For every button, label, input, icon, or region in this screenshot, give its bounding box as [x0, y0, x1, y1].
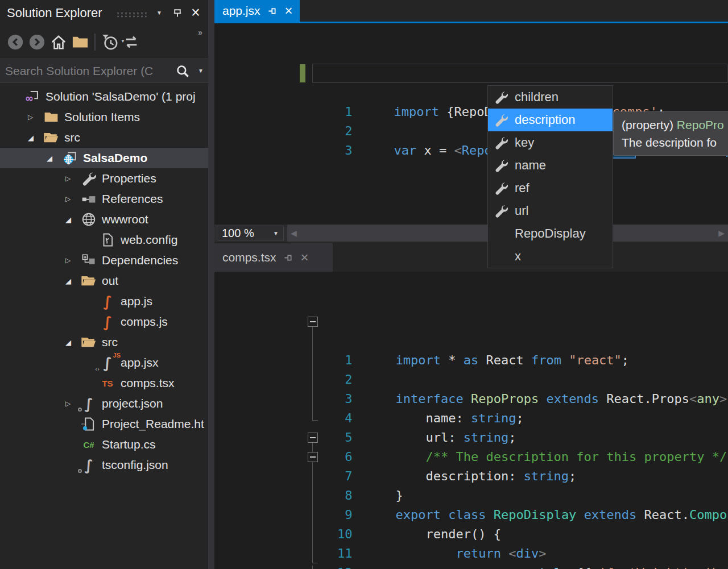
code-line: 9export class RepoDisplay extends React.… — [214, 428, 728, 447]
tree-item[interactable]: ∫ tsconfig.json — [0, 455, 208, 475]
tree-item[interactable]: ▷ Dependencies — [0, 250, 208, 271]
panel-title-bar: Solution Explorer ▼× — [0, 0, 208, 26]
clock-filter-button[interactable]: ▼ — [99, 31, 121, 53]
wrench-icon — [494, 136, 508, 149]
search-options-chevron-icon[interactable]: ▼ — [193, 60, 208, 82]
separator-icon — [94, 34, 96, 51]
completion-item[interactable]: url — [488, 200, 613, 222]
fold-toggle[interactable] — [308, 433, 318, 443]
clock-filter-icon — [101, 34, 118, 51]
code-line: 3var x = <RepoDisplay description="test"… — [214, 64, 728, 83]
tree-item[interactable]: C# Startup.cs — [0, 434, 208, 455]
tree-item-label: Project_Readme.ht — [102, 417, 204, 431]
code-line: 4 name: string; — [214, 331, 728, 351]
panel-splitter[interactable] — [208, 0, 214, 569]
pin-icon[interactable] — [267, 6, 278, 16]
expand-arrow-icon[interactable]: ◢ — [65, 277, 80, 285]
tree-item[interactable]: ∫JS‹› app.jsx — [0, 352, 208, 373]
tree-item[interactable]: ▷ Properties — [0, 168, 208, 189]
pin-icon — [171, 6, 184, 19]
json-file-icon: ∫ — [81, 457, 97, 473]
editor-area: app.jsx × 1import {RepoDisplay} from './… — [214, 0, 728, 569]
js-file-icon: ∫ — [100, 293, 115, 309]
solution-tree[interactable]: ∞ Solution 'SalsaDemo' (1 proj ▷ Solutio… — [0, 86, 208, 569]
code-editor-comps-tsx[interactable]: 1import * as React from "react"; 2 3inte… — [214, 272, 728, 569]
completion-item[interactable]: x — [488, 245, 613, 268]
tree-item[interactable]: web.config — [0, 230, 208, 250]
toolbar-separator — [91, 31, 99, 53]
tree-item[interactable]: ◢ src — [0, 332, 208, 352]
pin-icon[interactable] — [283, 252, 294, 263]
expand-arrow-icon[interactable]: ▷ — [65, 256, 80, 264]
tree-item[interactable]: ◢ out — [0, 271, 208, 291]
code-line: 1import * as React from "react"; — [214, 273, 728, 293]
tree-item[interactable]: ◢ src — [0, 127, 208, 148]
expand-arrow-icon[interactable]: ◢ — [65, 215, 80, 224]
expand-arrow-icon[interactable]: ◢ — [65, 338, 80, 347]
line-number: 3 — [289, 141, 352, 160]
close-icon[interactable]: × — [285, 4, 293, 18]
jsx-file-icon: ∫JS‹› — [100, 355, 115, 371]
completion-item[interactable]: name — [488, 154, 613, 177]
code-line: 11 return <div> — [214, 467, 728, 486]
html-file-icon: ‹› — [81, 417, 96, 431]
forward-button[interactable] — [26, 31, 48, 53]
tree-item[interactable]: ∞ Solution 'SalsaDemo' (1 proj — [0, 86, 208, 107]
chevron-down-button[interactable]: ▼ — [150, 3, 168, 22]
completion-item[interactable]: RepoDisplay — [488, 222, 613, 245]
expand-arrow-icon[interactable]: ◢ — [47, 154, 61, 163]
fold-toggle[interactable] — [308, 452, 318, 462]
tree-item[interactable]: TS comps.tsx — [0, 373, 208, 393]
tree-item-label: SalsaDemo — [83, 151, 147, 165]
completion-item[interactable]: children — [488, 86, 613, 109]
expand-arrow-icon[interactable]: ◢ — [28, 134, 43, 142]
tree-item[interactable]: ‹› Project_Readme.ht — [0, 414, 208, 434]
fold-toggle[interactable] — [308, 317, 318, 327]
wrench-icon — [494, 204, 508, 218]
expand-arrow-icon[interactable]: ▷ — [65, 195, 80, 203]
expand-arrow-icon[interactable]: ▷ — [65, 175, 80, 182]
change-tracking-bar — [300, 64, 305, 82]
wrench-icon — [494, 181, 508, 195]
sync-button[interactable] — [121, 31, 142, 53]
code-line: 6 /** The description for this property … — [214, 370, 728, 389]
tree-item[interactable]: ▷ ∫ project.json — [0, 393, 208, 414]
expand-arrow-icon[interactable]: ▷ — [65, 400, 80, 408]
close-icon: × — [191, 5, 200, 20]
search-input[interactable] — [0, 64, 172, 78]
tree-item[interactable]: ◢ SalsaDemo — [0, 148, 208, 168]
tree-item[interactable]: ▷ References — [0, 189, 208, 209]
tree-item[interactable]: ▷ Solution Items — [0, 107, 208, 127]
completion-item[interactable]: ref — [488, 177, 613, 200]
search-icon[interactable] — [172, 60, 193, 82]
scroll-left-icon[interactable]: ◀ — [291, 229, 297, 238]
folder-view-icon — [72, 34, 89, 51]
completion-item[interactable]: key — [488, 131, 613, 154]
drag-grip[interactable] — [116, 11, 149, 18]
tree-item[interactable]: ◢ wwwroot — [0, 209, 208, 230]
folder-view-button[interactable] — [69, 31, 91, 53]
completion-item-label: ref — [515, 181, 530, 196]
completion-item[interactable]: description — [488, 109, 613, 131]
close-button[interactable]: × — [187, 3, 205, 22]
close-icon[interactable]: × — [301, 251, 309, 264]
pin-button[interactable] — [168, 3, 187, 22]
tab-app-jsx[interactable]: app.jsx × — [214, 0, 300, 22]
tree-item[interactable]: ∫ comps.js — [0, 312, 208, 332]
completion-item-label: key — [515, 135, 534, 150]
tree-item[interactable]: ∫ app.js — [0, 291, 208, 312]
folder-open-icon — [81, 335, 96, 350]
back-button[interactable] — [5, 31, 26, 53]
overflow-button[interactable]: ›› — [192, 26, 207, 38]
code-line: 13 <span>{this.props.description}</span> — [214, 505, 728, 525]
expand-arrow-icon[interactable]: ▷ — [28, 113, 43, 121]
quick-info-tooltip: (property) RepoPro The description fo — [613, 111, 728, 156]
tab-comps-tsx[interactable]: comps.tsx × — [214, 243, 333, 272]
tab-label: comps.tsx — [222, 251, 276, 264]
zoom-select[interactable]: 100 % ▼ — [217, 226, 284, 240]
scroll-right-icon[interactable]: ▶ — [718, 229, 725, 238]
tree-item-label: web.config — [121, 233, 177, 247]
wrench-icon — [494, 113, 508, 127]
code-line: 12 <span style={{ 'fontWeight': 'bold' }… — [214, 486, 728, 505]
home-button[interactable] — [48, 31, 69, 53]
